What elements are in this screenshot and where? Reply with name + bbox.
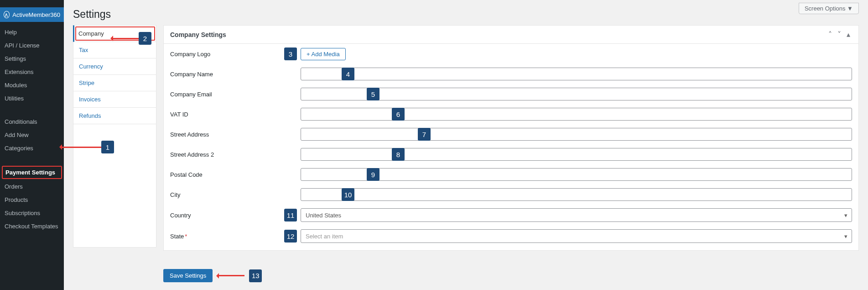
row-country: Country 11 United States: [164, 205, 858, 226]
sidebar-brand[interactable]: ∧ ActiveMember360: [0, 7, 64, 22]
label-vat: VAT ID: [170, 111, 284, 118]
sidebar-item-conditionals[interactable]: Conditionals: [0, 115, 64, 128]
brand-icon: ∧: [4, 11, 10, 18]
row-state: State* 12 Select an item: [164, 226, 858, 247]
sidebar-item-products[interactable]: Products: [0, 193, 64, 206]
callout-13: 13: [249, 269, 262, 282]
label-postal: Postal Code: [170, 171, 284, 178]
sidebar-item-modules[interactable]: Modules: [0, 79, 64, 92]
state-select[interactable]: Select an item: [301, 229, 852, 243]
brand-label: ActiveMember360: [12, 11, 60, 18]
sidebar-item-payment-settings[interactable]: Payment Settings: [2, 166, 62, 179]
label-company-logo: Company Logo: [170, 51, 284, 58]
panel-down-icon[interactable]: ˅: [836, 30, 843, 39]
callout-11: 11: [284, 209, 297, 221]
callout-9: 9: [367, 168, 379, 181]
add-media-button[interactable]: + Add Media: [301, 48, 346, 60]
row-company-name: Company Name 4: [164, 64, 858, 84]
label-street: Street Address: [170, 131, 284, 138]
callout-3: 3: [284, 47, 297, 60]
label-company-email: Company Email: [170, 91, 284, 98]
sidebar-item-api[interactable]: API / License: [0, 39, 64, 52]
company-settings-panel: Company Settings ˄ ˅ ▴ Company Logo 3 + …: [163, 25, 859, 251]
annotation-arrow-13: [217, 275, 244, 276]
tab-currency[interactable]: Currency: [73, 58, 156, 75]
panel-collapse-icon[interactable]: ▴: [845, 30, 852, 39]
screen-options-button[interactable]: Screen Options ▼: [799, 3, 859, 14]
callout-4: 4: [342, 68, 354, 80]
callout-7: 7: [418, 128, 431, 141]
save-row: Save Settings 13: [163, 269, 859, 282]
settings-tabs: Company Tax Currency Stripe Invoices Ref…: [73, 25, 156, 282]
label-street2: Street Address 2: [170, 151, 284, 158]
company-email-input[interactable]: [301, 88, 852, 100]
row-street2: Street Address 2 8: [164, 144, 858, 164]
label-company-name: Company Name: [170, 71, 284, 78]
callout-5: 5: [367, 88, 379, 100]
sidebar-item-categories[interactable]: Categories: [0, 142, 64, 155]
row-postal: Postal Code 9: [164, 164, 858, 185]
row-company-logo: Company Logo 3 + Add Media: [164, 44, 858, 64]
sidebar-item-orders[interactable]: Orders: [0, 180, 64, 193]
row-vat: VAT ID 6: [164, 104, 858, 124]
tab-refunds[interactable]: Refunds: [73, 108, 156, 124]
callout-10: 10: [342, 188, 354, 201]
sidebar-item-addnew[interactable]: Add New: [0, 128, 64, 142]
street-address-input[interactable]: [301, 128, 852, 141]
annotation-2: 2: [111, 32, 151, 45]
callout-6: 6: [392, 108, 405, 121]
admin-sidebar: ∧ ActiveMember360 Help API / License Set…: [0, 0, 64, 290]
panel-controls: ˄ ˅ ▴: [826, 30, 852, 39]
settings-form-column: Company Settings ˄ ˅ ▴ Company Logo 3 + …: [163, 25, 859, 282]
label-state: State*: [170, 233, 284, 240]
vat-id-input[interactable]: [301, 108, 852, 121]
annotation-1: 1: [60, 141, 114, 153]
sidebar-item-checkout-templates[interactable]: Checkout Templates: [0, 220, 64, 233]
sidebar-item-subscriptions[interactable]: Subscriptions: [0, 206, 64, 220]
row-street: Street Address 7: [164, 124, 858, 144]
panel-up-icon[interactable]: ˄: [826, 30, 834, 39]
company-name-input[interactable]: [301, 68, 852, 80]
row-city: City 10: [164, 185, 858, 205]
main-content: Settings Company Tax Currency Stripe Inv…: [64, 0, 868, 290]
panel-title: Company Settings: [170, 31, 226, 38]
save-settings-button[interactable]: Save Settings: [163, 269, 213, 282]
label-country: Country: [170, 212, 284, 219]
sidebar-item-settings[interactable]: Settings: [0, 52, 64, 65]
street-address-2-input[interactable]: [301, 148, 852, 161]
label-city: City: [170, 191, 284, 198]
page-title: Settings: [73, 0, 859, 25]
tab-invoices[interactable]: Invoices: [73, 91, 156, 108]
callout-8: 8: [392, 148, 405, 161]
postal-code-input[interactable]: [301, 168, 852, 181]
country-select[interactable]: United States: [301, 208, 852, 222]
panel-header: Company Settings ˄ ˅ ▴: [164, 26, 858, 44]
sidebar-item-utilities[interactable]: Utilities: [0, 92, 64, 105]
tab-stripe[interactable]: Stripe: [73, 75, 156, 91]
city-input[interactable]: [301, 188, 852, 201]
callout-12: 12: [284, 230, 297, 243]
sidebar-item-help[interactable]: Help: [0, 26, 64, 39]
sidebar-item-extensions[interactable]: Extensions: [0, 65, 64, 79]
row-company-email: Company Email 5: [164, 84, 858, 104]
